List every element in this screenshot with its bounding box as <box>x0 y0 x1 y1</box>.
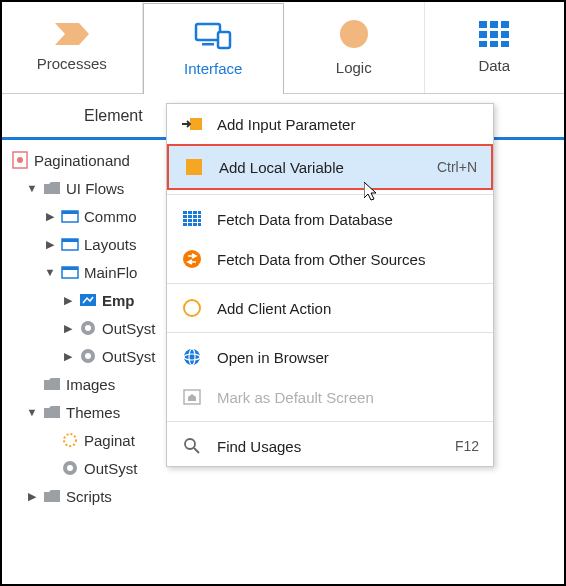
chevron-right-icon: ▶ <box>62 294 74 307</box>
grid-icon <box>181 208 203 230</box>
chevron-right-icon: ▶ <box>44 210 56 223</box>
svg-rect-44 <box>183 223 187 226</box>
svg-point-26 <box>85 353 91 359</box>
tree-label: Scripts <box>66 488 112 505</box>
tab-interface[interactable]: Interface <box>143 3 285 94</box>
menu-shortcut: F12 <box>455 438 479 454</box>
menu-add-client-action[interactable]: Add Client Action <box>167 288 493 328</box>
svg-rect-36 <box>183 215 187 218</box>
tab-data[interactable]: Data <box>425 2 565 93</box>
svg-rect-35 <box>198 211 201 214</box>
menu-separator <box>167 283 493 284</box>
svg-rect-8 <box>479 31 487 38</box>
chevron-right-icon: ▶ <box>44 238 56 251</box>
tab-label: Processes <box>37 55 107 72</box>
svg-rect-21 <box>62 267 78 270</box>
folder-icon <box>42 489 62 503</box>
menu-fetch-database[interactable]: Fetch Data from Database <box>167 199 493 239</box>
search-icon <box>181 435 203 457</box>
tab-processes[interactable]: Processes <box>2 2 143 93</box>
menu-label: Add Input Parameter <box>217 116 479 133</box>
svg-rect-33 <box>188 211 192 214</box>
tree-scripts[interactable]: ▶ Scripts <box>10 482 564 510</box>
chevron-right-icon: ▶ <box>62 322 74 335</box>
input-param-icon <box>181 113 203 135</box>
svg-rect-43 <box>198 219 201 222</box>
menu-fetch-other-sources[interactable]: Fetch Data from Other Sources <box>167 239 493 279</box>
folder-icon <box>42 377 62 391</box>
tree-label: Images <box>66 376 115 393</box>
local-var-icon <box>183 156 205 178</box>
tree-label: Paginat <box>84 432 135 449</box>
module-icon <box>10 151 30 169</box>
menu-add-local-variable[interactable]: Add Local Variable Ctrl+N <box>167 144 493 190</box>
menu-open-in-browser[interactable]: Open in Browser <box>167 337 493 377</box>
tab-label: Interface <box>184 60 242 77</box>
block-icon <box>78 320 98 336</box>
svg-rect-11 <box>479 41 487 47</box>
flow-icon <box>60 209 80 223</box>
svg-point-24 <box>85 325 91 331</box>
svg-marker-0 <box>55 23 89 45</box>
tree-label: OutSyst <box>84 460 137 477</box>
svg-rect-7 <box>501 21 509 28</box>
svg-rect-40 <box>183 219 187 222</box>
globe-icon <box>181 346 203 368</box>
tree-label: Emp <box>102 292 135 309</box>
svg-point-4 <box>340 20 368 48</box>
menu-label: Open in Browser <box>217 349 479 366</box>
home-icon <box>181 386 203 408</box>
client-actionshelf-icon <box>181 297 203 319</box>
svg-rect-30 <box>190 118 202 130</box>
svg-rect-5 <box>479 21 487 28</box>
menu-label: Mark as Default Screen <box>217 389 479 406</box>
svg-point-27 <box>64 434 76 446</box>
svg-line-55 <box>194 448 199 453</box>
svg-rect-1 <box>196 24 220 40</box>
tab-label: Logic <box>336 59 372 76</box>
menu-find-usages[interactable]: Find Usages F12 <box>167 426 493 466</box>
chevron-down-icon: ▼ <box>26 182 38 194</box>
folder-icon <box>42 405 62 419</box>
context-menu: Add Input Parameter Add Local Variable C… <box>166 103 494 467</box>
main-tabbar: Processes Interface Logic Data <box>2 2 564 94</box>
flow-icon <box>60 265 80 279</box>
tree-label: Themes <box>66 404 120 421</box>
tab-logic[interactable]: Logic <box>284 2 425 93</box>
tree-label: OutSyst <box>102 320 155 337</box>
svg-point-50 <box>184 349 200 365</box>
cursor-icon <box>364 182 380 206</box>
svg-rect-17 <box>62 211 78 214</box>
svg-rect-12 <box>490 41 498 47</box>
svg-rect-2 <box>202 43 214 46</box>
svg-rect-13 <box>501 41 509 47</box>
svg-rect-38 <box>193 215 197 218</box>
svg-rect-37 <box>188 215 192 218</box>
tree-label: UI Flows <box>66 180 124 197</box>
svg-rect-6 <box>490 21 498 28</box>
block-icon <box>78 348 98 364</box>
menu-shortcut: Ctrl+N <box>437 159 477 175</box>
interface-icon <box>194 22 232 54</box>
chevron-right-icon: ▶ <box>26 490 38 503</box>
svg-rect-19 <box>62 239 78 242</box>
subtab-elements[interactable]: Element <box>64 97 163 135</box>
menu-label: Add Local Variable <box>219 159 423 176</box>
chevron-right-icon: ▶ <box>62 350 74 363</box>
fetch-other-icon <box>181 248 203 270</box>
tree-label: MainFlo <box>84 264 137 281</box>
data-icon <box>479 21 509 51</box>
menu-separator <box>167 332 493 333</box>
screen-icon <box>78 293 98 307</box>
svg-rect-41 <box>188 219 192 222</box>
menu-label: Add Client Action <box>217 300 479 317</box>
theme-icon <box>60 432 80 448</box>
processes-icon <box>55 23 89 49</box>
menu-separator <box>167 194 493 195</box>
svg-rect-10 <box>501 31 509 38</box>
svg-rect-9 <box>490 31 498 38</box>
svg-rect-45 <box>188 223 192 226</box>
svg-rect-31 <box>186 159 202 175</box>
menu-add-input-parameter[interactable]: Add Input Parameter <box>167 104 493 144</box>
menu-label: Fetch Data from Other Sources <box>217 251 479 268</box>
